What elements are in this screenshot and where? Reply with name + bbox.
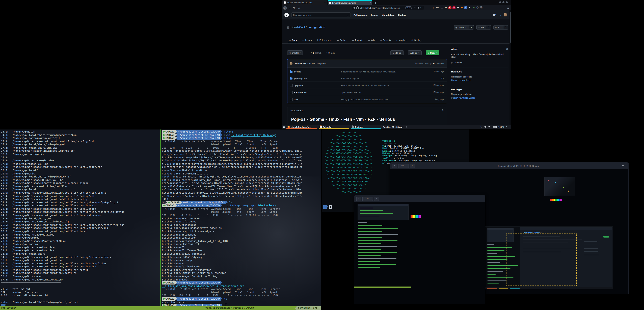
page-actions-icon[interactable]: ⋯ — [414, 6, 416, 9]
bookmark-star-icon[interactable]: ☆ — [420, 6, 422, 9]
taskbar-app-calendar[interactable]: Calendar — [319, 125, 349, 129]
tmux-pane-divider[interactable] — [160, 130, 160, 306]
taskbar-app-files-pictures[interactable]: Pictures — [351, 125, 381, 129]
add-file-button[interactable]: Add file▾ — [408, 50, 422, 55]
vimium-icon[interactable]: V — [464, 6, 467, 9]
zoom-in-button[interactable]: + — [410, 164, 415, 168]
wifi-icon[interactable] — [484, 126, 486, 128]
tmux-pane-fish[interactable]: CADCAD~/Workspace/Practice◺/CADCAD fclon… — [161, 130, 321, 306]
repo-tab-security[interactable]: ◈Security — [380, 36, 391, 43]
earth-extension-icon[interactable]: ⊕ — [472, 6, 475, 9]
create-new-button[interactable]: + ▾ — [498, 14, 501, 16]
adblock-plus-icon[interactable]: ABP — [452, 6, 455, 9]
sidebar-icon[interactable]: ◫ — [441, 6, 444, 9]
viewer-menu-icon[interactable]: ☰ — [622, 164, 624, 167]
commit-message[interactable]: Add files via upload — [307, 62, 326, 64]
viewer-canvas[interactable] — [354, 202, 485, 304]
go-to-file-button[interactable]: Go to file — [390, 50, 404, 55]
branch-selector[interactable]: Ψmaster▾ — [287, 50, 303, 55]
file-row[interactable]: README.mdUpdate README.md15 hours ago — [288, 89, 447, 96]
code-button[interactable]: ↓Code▾ — [426, 50, 440, 55]
header-nav-issues[interactable]: Issues — [371, 14, 378, 16]
edit-readme-icon[interactable]: ✎ — [442, 109, 444, 112]
forward-button[interactable]: → — [288, 6, 292, 9]
latest-commit-row[interactable]: LinuxIsCool Add files via upload 2d9ddff… — [288, 60, 447, 68]
tab-close-icon[interactable]: × — [370, 2, 371, 4]
file-row[interactable]: dotfilesSuper supe up my fish with fzf. … — [288, 68, 447, 75]
star-button[interactable]: ☆Star 0 — [476, 25, 491, 30]
header-nav-pull-requests[interactable]: Pull requests — [354, 14, 368, 16]
repo-tab-actions[interactable]: ▶Actions — [337, 36, 348, 43]
video-downloadhelper-icon[interactable]: ▶ — [448, 6, 451, 9]
unwatch-button[interactable]: ◉Unwatch▾ 1 — [454, 25, 474, 30]
github-logo-icon[interactable] — [284, 13, 289, 17]
atom-extension-icon[interactable]: ❂ — [476, 6, 479, 9]
dark-reader-icon[interactable]: ◐ — [468, 6, 471, 9]
browser-tab[interactable]: BlockScience/cadCAD-Od× — [282, 0, 327, 5]
volume-icon[interactable] — [488, 126, 491, 128]
download-icon[interactable]: ↓ — [432, 6, 435, 9]
header-nav-marketplace[interactable]: Marketplace — [382, 14, 394, 16]
metamask-icon[interactable]: ◆ — [460, 6, 463, 9]
notifications-bell-icon[interactable] — [493, 14, 496, 16]
url-bar[interactable]: https://github.com/LinuxIsCool/configura… — [352, 6, 424, 10]
zoom-indicator[interactable]: 110% — [405, 6, 412, 9]
gnome-shell-extension-icon[interactable]: ❋ — [456, 6, 459, 9]
system-tray[interactable]: ☾ 100 % ∧ — [480, 126, 509, 128]
tray-caret-icon[interactable]: ∧ — [506, 126, 507, 128]
zoom-level-dropdown[interactable]: 38%⌄ — [398, 164, 409, 168]
window-maximize-icon[interactable] — [502, 1, 504, 3]
file-row[interactable]: popos-gnomeAdd files via uploadnow — [288, 75, 447, 82]
hamburger-menu-icon[interactable]: ☰ — [507, 6, 510, 10]
shield-check-icon[interactable] — [418, 7, 419, 9]
window-minimize-icon[interactable] — [499, 1, 501, 3]
taskbar-app-firefox[interactable]: LinuxIsCool/config... — [286, 125, 317, 129]
tags-link[interactable]: ◊0tags — [326, 52, 335, 54]
tracking-shield-icon[interactable] — [354, 7, 355, 9]
repo-tab-settings[interactable]: ⚙Settings — [411, 36, 422, 43]
reload-button[interactable]: ⟳ — [292, 6, 296, 9]
repo-tab-insights[interactable]: ↗Insights — [396, 36, 407, 43]
repo-owner-link[interactable]: LinuxIsCool — [290, 26, 305, 29]
branches-link[interactable]: Ψ1branch — [310, 52, 322, 54]
do-not-disturb-icon[interactable]: ☾ — [480, 126, 483, 128]
about-gear-icon[interactable]: ⚙ — [506, 48, 508, 51]
repo-name-link[interactable]: configuration — [308, 26, 325, 29]
zoom-out-button[interactable]: − — [356, 196, 361, 201]
publish-package-link[interactable]: Publish your first package — [451, 96, 508, 100]
tab-close-icon[interactable]: × — [324, 1, 326, 4]
zoom-in-button[interactable]: + — [374, 196, 379, 201]
user-avatar[interactable]: ▾ — [504, 14, 508, 16]
commit-author[interactable]: LinuxIsCool — [294, 62, 306, 64]
tmux-session-label[interactable]: [0] 1:fish* — [0, 307, 16, 309]
taskbar-clock[interactable]: Tue Sep 29 1:24 AM — [381, 126, 405, 128]
zoom-level-dropdown[interactable]: 21%⌄ — [362, 196, 373, 201]
fork-button[interactable]: ΨFork 0 — [494, 25, 508, 30]
contacts-icon[interactable]: ☻ — [444, 6, 447, 9]
zoom-out-button[interactable]: − — [392, 164, 397, 168]
github-search-input[interactable]: Search or jump to… / — [292, 12, 351, 18]
commit-sha[interactable]: 2d9ddff — [415, 62, 423, 64]
readme-link[interactable]: ▤Readme — [451, 62, 508, 64]
repo-tab-projects[interactable]: ▦Projects — [352, 36, 364, 43]
header-nav-explore[interactable]: Explore — [398, 14, 406, 16]
library-icon[interactable]: ⋘ — [436, 6, 440, 9]
repo-tab-issues[interactable]: ◎Issues — [302, 36, 312, 43]
window-controls[interactable] — [499, 1, 508, 3]
repo-tab-pull-requests[interactable]: ΨPull requests — [316, 36, 332, 43]
tmux-pane-autojump[interactable]: 14.1:/home/ygg/Notes14.3:/home/ygg/.loca… — [0, 130, 161, 306]
clipboard-extension-icon[interactable]: ⎘ — [480, 6, 483, 9]
browser-tab[interactable]: LinuxIsCool/configuration× — [328, 0, 372, 5]
window-close-icon[interactable] — [506, 1, 508, 3]
app-grid-icon[interactable]: ⠿⠿ — [282, 126, 285, 128]
home-button[interactable]: ⌂ — [297, 6, 301, 9]
repo-tab-code[interactable]: <>Code — [288, 36, 298, 43]
viewer-close-icon[interactable]: × — [625, 164, 626, 167]
file-row[interactable]: stowFinally got the structure down for d… — [288, 96, 447, 103]
repo-tab-wiki[interactable]: ▤Wiki — [368, 36, 376, 43]
file-row[interactable]: .gitignoreFork agnoster theme into local… — [288, 82, 447, 88]
page-scrollbar[interactable] — [510, 10, 511, 125]
back-button[interactable]: ← — [283, 6, 287, 10]
new-tab-button[interactable]: + — [375, 1, 376, 5]
create-release-link[interactable]: Create a new release — [451, 79, 508, 82]
